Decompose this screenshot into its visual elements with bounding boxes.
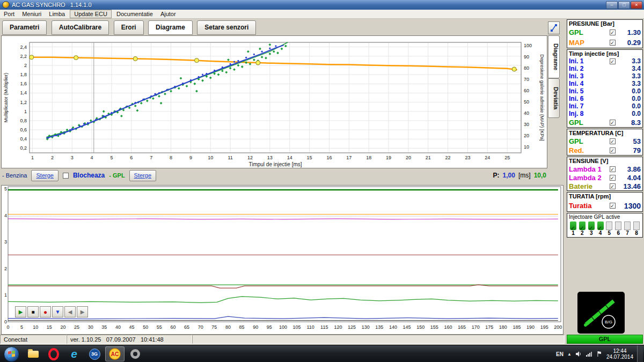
menu-update-ecu[interactable]: Update ECU [70,10,112,18]
injectors-section: Injectoare GPL active ✓ ✓ ✓ ✓ 12 34 56 7… [567,213,643,238]
injector-icon-1: ✓ [570,221,576,230]
rpm-row-turatia: Turatia ✓ 1300 [567,200,642,211]
tab-setare-senzori[interactable]: Setare senzori [197,20,256,35]
sterge-gpl-button[interactable]: Sterge [129,170,156,181]
injection-row-4: Ini. 4 3.3 [567,80,642,87]
pressure-row-gpl: GPL ✓ 1.30 [567,27,642,38]
connection-button[interactable] [548,21,560,34]
gas-level-gauge-icon: B/G [577,292,625,334]
gpl-pressure-checkbox[interactable]: ✓ [610,29,616,35]
gas-level-gauge: B/G [577,292,625,334]
svg-text:2: 2 [24,63,27,68]
turatia-checkbox[interactable]: ✓ [610,203,616,209]
record-button[interactable]: ● [40,306,51,317]
baterie-value: 13.46 [616,182,641,190]
svg-text:40: 40 [115,324,121,330]
svg-text:12: 12 [247,155,253,160]
multiplier-chart[interactable]: 1234567891011121314151617181920212223242… [1,35,547,168]
taskbar-opera[interactable] [44,346,63,361]
map-pressure-checkbox[interactable]: ✓ [610,40,616,46]
volume-icon[interactable] [575,351,582,357]
svg-text:85: 85 [239,324,245,330]
tab-diagrame[interactable]: Diagrame [148,20,193,35]
start-button[interactable] [4,346,19,362]
injector-icon-4: ✓ [597,221,604,230]
taskbar-explorer[interactable] [24,346,43,361]
side-tab-diagrame[interactable]: Diagrame [548,35,560,78]
injection-row-gpl: GPL ✓ 8.3 [567,117,642,127]
injection-row-8: Inj. 8 0.0 [567,110,642,117]
svg-text:Multiplicator (Multiplier): Multiplicator (Multiplier) [3,73,9,123]
gpl-temp-checkbox[interactable]: ✓ [610,138,616,144]
svg-text:0,8: 0,8 [20,118,27,123]
tab-erori[interactable]: Erori [114,20,144,35]
stop-button[interactable]: ■ [27,306,39,317]
svg-text:15: 15 [47,324,52,330]
injector-icon-6 [615,221,621,230]
3g-icon: 3G [89,349,100,360]
action-center-flag-icon[interactable] [596,351,603,357]
menu-port[interactable]: Port [0,10,18,18]
blocheaza-checkbox[interactable] [63,173,69,179]
minimize-button[interactable]: – [606,1,618,9]
gpl-mode-button[interactable]: GPL [567,335,643,344]
svg-text:10: 10 [33,324,38,330]
lambda1-checkbox[interactable]: ✓ [610,166,616,172]
menu-limba[interactable]: Limba [45,10,69,18]
close-button[interactable]: × [631,1,642,9]
tab-parametri[interactable]: Parametri [2,20,47,35]
taskbar-ac-gas-synchro[interactable]: AC [105,346,125,361]
internet-explorer-icon: e [71,349,77,359]
svg-text:70: 70 [524,77,529,82]
connection-icon [550,24,558,32]
network-icon[interactable] [586,351,592,357]
clock[interactable]: 12:44 24.07.2014 [606,348,633,360]
maximize-button[interactable]: □ [618,1,630,9]
baterie-checkbox[interactable]: ✓ [610,183,616,189]
inj8-value: 0.0 [616,110,641,117]
show-desktop-button[interactable] [637,345,643,362]
svg-text:10: 10 [524,144,529,150]
p-unit: [ms] [518,172,531,179]
svg-text:40: 40 [524,110,529,116]
menu-ajutor[interactable]: Ajutor [157,10,180,18]
red-temp-checkbox[interactable]: ✓ [610,147,616,153]
marker-down-button[interactable]: ▼ [52,306,63,317]
svg-text:25: 25 [74,324,79,330]
menu-documentatie[interactable]: Documentatie [113,10,157,18]
svg-text:14: 14 [287,155,292,160]
pressure-row-map: MAP ✓ 0.29 [567,38,642,48]
show-hidden-icons[interactable]: ▲ [567,352,572,357]
svg-text:140: 140 [389,324,397,330]
svg-text:5: 5 [20,324,23,330]
step-back-button[interactable]: ◀ [64,306,76,317]
taskbar-utility[interactable] [126,346,145,361]
gpl-pressure-value: 1.30 [616,28,641,36]
injection-row-3: Ini. 3 3.3 [567,72,642,80]
svg-text:185: 185 [513,324,521,330]
tension-section: TENSIUNE [V] Lambda 1 ✓ 3.86 Lambda 2 ✓ … [567,157,643,191]
svg-text:4: 4 [4,213,7,218]
lambda2-checkbox[interactable]: ✓ [610,175,616,181]
rpm-section: TURATIA [rpm] Turatia ✓ 1300 [567,192,643,212]
taskbar-3g[interactable]: 3G [85,346,104,361]
svg-text:175: 175 [485,324,493,330]
menu-meniuri[interactable]: Meniuri [18,10,45,18]
taskbar-ie[interactable]: e [64,346,84,361]
svg-text:50: 50 [524,99,529,105]
svg-text:120: 120 [334,324,342,330]
step-forward-button[interactable]: ▶ [77,306,88,317]
window-title: AC GAS SYNCHRO 1.14.1.0 [12,2,92,8]
injection-row-5: Ini. 5 0.0 [567,87,642,95]
svg-text:70: 70 [198,324,203,330]
svg-text:10: 10 [208,155,213,160]
play-button[interactable]: ▶ [15,306,26,317]
sterge-benzina-button[interactable]: Sterge [31,170,58,181]
gpl-injection-checkbox[interactable]: ✓ [610,120,616,125]
side-tab-deviatia[interactable]: Deviatia [548,78,560,118]
inj1-checkbox[interactable]: ✓ [610,58,616,64]
svg-text:170: 170 [472,324,480,330]
language-indicator[interactable]: EN [556,351,564,357]
svg-text:80: 80 [524,65,529,71]
tab-autocalibrare[interactable]: AutoCalibrare [52,20,109,35]
